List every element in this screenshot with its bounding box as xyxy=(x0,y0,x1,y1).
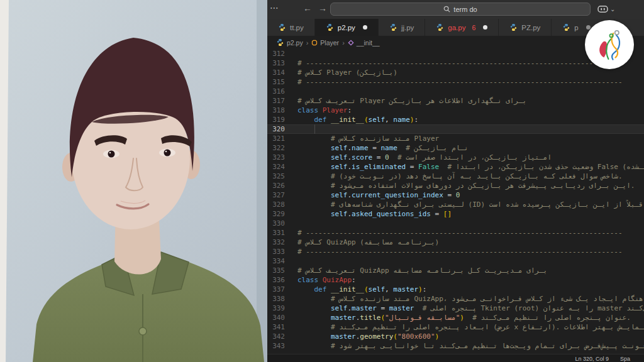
tab-label: ga.py xyxy=(448,24,465,31)
method-symbol-icon xyxy=(348,40,354,46)
line-number: 330 xyxy=(267,219,297,228)
code-line-316[interactable]: 316 xyxy=(267,87,644,96)
screenshot-root: ⋯ ←→ term do ⌄ tt.pyp2.pyjj.pyga. xyxy=(0,0,644,362)
back-button[interactable]: ← xyxy=(300,3,315,13)
code-line-343[interactable]: 343 # یـک فـونـت پـیش‌فـرض بـرای تـمام و… xyxy=(267,341,644,351)
line-content: # --------------------------------------… xyxy=(297,247,644,256)
code-line-321[interactable]: 321 # مـتد سازنـده کـلاس Player xyxy=(267,134,644,143)
line-number: 336 xyxy=(267,275,297,285)
line-number: 342 xyxy=(267,332,297,341)
line-number: 313 xyxy=(267,58,297,68)
python-file-icon xyxy=(278,23,286,31)
code-line-315[interactable]: 315# -----------------------------------… xyxy=(267,77,644,87)
code-line-325[interactable]: 325 # شاخص سوال فعلی کـه بـازیـکن بـایـد… xyxy=(267,172,644,181)
code-line-323[interactable]: 323 self.score = 0 # امـتیاز بـازیـکن، د… xyxy=(267,153,644,162)
tab-p2.py[interactable]: p2.py xyxy=(315,19,379,36)
code-line-326[interactable]: 326 # ایـن بـرای ردیـابـی پـیشرفت هر بـا… xyxy=(267,181,644,190)
tab-label: jj.py xyxy=(401,24,414,31)
line-number: 335 xyxy=(267,266,297,275)
modified-dot xyxy=(483,25,487,30)
line-content: self.score = 0 # امـتیاز بـازیـکن، در اب… xyxy=(297,153,644,162)
python-file-icon xyxy=(326,23,334,31)
code-line-342[interactable]: 342 master.geometry("800x600") xyxy=(267,332,644,341)
shirt-button xyxy=(139,327,147,335)
cursor-position[interactable]: Ln 320, Col 9 xyxy=(575,356,609,362)
line-number: 319 xyxy=(267,115,297,124)
tab-label: tt.py xyxy=(290,24,304,31)
code-line-340[interactable]: 340 master.title("مسابـقه فـوتـبال") # ع… xyxy=(267,313,644,322)
line-content: # تـعریـف کـلاس QuizApp بـرای مـدیـریـت … xyxy=(297,266,644,275)
line-content: # --------------------------------------… xyxy=(297,228,644,238)
code-editor[interactable]: 312313# --------------------------------… xyxy=(267,49,644,354)
line-number: 325 xyxy=(267,172,297,181)
line-number: 317 xyxy=(267,96,297,106)
line-content: master.title("مسابـقه فـوتـبال") # عنوان… xyxy=(297,313,644,322)
code-line-329[interactable]: 329 self.asked_questions_ids = [] xyxy=(267,209,644,219)
line-content: self.asked_questions_ids = [] xyxy=(297,209,644,219)
code-line-341[interactable]: 341 # ابـعاد پـنجره اصلی را تـنظیم مـی‌ک… xyxy=(267,322,644,332)
tab-label: p2.py xyxy=(338,24,355,31)
line-number: 315 xyxy=(267,77,297,87)
code-line-339[interactable]: 339 self.master = master # پـنجره اصلی T… xyxy=(267,304,644,313)
breadcrumb-separator: › xyxy=(342,39,345,47)
code-line-327[interactable]: 327 self.current_question_index = 0 xyxy=(267,190,644,200)
line-content: # --------------------------------------… xyxy=(297,77,644,87)
line-content: # کـلاس QuizApp (بـرنـامـه مسابـقه) xyxy=(297,238,644,247)
line-number: 318 xyxy=(267,106,297,115)
code-line-334[interactable]: 334 xyxy=(267,256,644,266)
code-line-317[interactable]: 317# تـعریـف کـلاس Player بـرای نـگهداری… xyxy=(267,96,644,106)
line-number: 337 xyxy=(267,285,297,294)
line-content: # کـلاس Player (بـازیـکن) xyxy=(297,68,644,77)
code-line-313[interactable]: 313# -----------------------------------… xyxy=(267,58,644,68)
line-content xyxy=(297,124,644,134)
overflow-menu-icon[interactable]: ⋯ xyxy=(270,3,279,13)
line-content xyxy=(297,87,644,96)
breadcrumb-item-Player[interactable]: Player xyxy=(311,39,339,47)
code-line-338[interactable]: 338 # مـتد سازنـده کـلاس QuizApp، هنگام … xyxy=(267,294,644,304)
line-number: 329 xyxy=(267,209,297,219)
line-content: class QuizApp: xyxy=(297,275,644,285)
tab-PZ.py[interactable]: PZ.py xyxy=(499,19,552,36)
tab-jj.py[interactable]: jj.py xyxy=(379,19,425,36)
line-number: 316 xyxy=(267,87,297,96)
python-file-icon xyxy=(436,23,444,31)
command-center-search[interactable]: term do xyxy=(330,3,591,16)
forward-button[interactable]: → xyxy=(315,3,330,13)
copilot-button[interactable]: ⌄ xyxy=(597,5,615,13)
line-number: 326 xyxy=(267,181,297,190)
line-number: 333 xyxy=(267,247,297,256)
code-line-330[interactable]: 330 xyxy=(267,219,644,228)
code-line-335[interactable]: 335# تـعریـف کـلاس QuizApp بـرای مـدیـری… xyxy=(267,266,644,275)
code-line-337[interactable]: 337 def __init__(self, master): xyxy=(267,285,644,294)
python-file-icon xyxy=(276,38,284,47)
tab-ga.py[interactable]: ga.py6 xyxy=(425,19,499,36)
code-line-331[interactable]: 331# -----------------------------------… xyxy=(267,228,644,238)
tulip-logo-icon xyxy=(591,26,628,63)
line-content: self.master = master # پـنجره اصلی Tkint… xyxy=(297,304,644,313)
python-file-icon xyxy=(509,23,518,31)
code-line-318[interactable]: 318class Player: xyxy=(267,106,644,115)
line-content: # شاخص سوال فعلی کـه بـازیـکن بـایـد بـه… xyxy=(297,172,644,181)
code-line-336[interactable]: 336class QuizApp: xyxy=(267,275,644,285)
code-line-332[interactable]: 332# کـلاس QuizApp (بـرنـامـه مسابـقه) xyxy=(267,238,644,247)
code-line-320[interactable]: 320 xyxy=(267,124,644,134)
vscode-window: ⋯ ←→ term do ⌄ tt.pyp2.pyjj.pyga. xyxy=(267,0,644,362)
indent-status[interactable]: Spa xyxy=(620,356,630,362)
code-line-322[interactable]: 322 self.name = name # نـام بـازیـکن xyxy=(267,143,644,153)
line-content: # تـعریـف کـلاس Player بـرای نـگهداری اط… xyxy=(297,96,644,106)
code-line-314[interactable]: 314# کـلاس Player (بـازیـکن) xyxy=(267,68,644,77)
python-file-icon xyxy=(389,23,397,31)
code-line-319[interactable]: 319 def __init__(self, name): xyxy=(267,115,644,124)
line-content: # لـیستی بـرای نـگهداری شناسه‌های (ID) س… xyxy=(297,200,644,209)
code-line-333[interactable]: 333# -----------------------------------… xyxy=(267,247,644,256)
tab-tt.py[interactable]: tt.py xyxy=(267,19,315,36)
line-number: 323 xyxy=(267,153,297,162)
class-symbol-icon xyxy=(311,40,318,46)
code-line-324[interactable]: 324 self.is_eliminated = False # وضعیت ح… xyxy=(267,162,644,172)
breadcrumb-item-__init__[interactable]: __init__ xyxy=(348,39,380,47)
channel-logo xyxy=(585,20,634,69)
code-line-328[interactable]: 328 # لـیستی بـرای نـگهداری شناسه‌های (I… xyxy=(267,200,644,209)
breadcrumb-item-p2.py[interactable]: p2.py xyxy=(276,38,303,47)
line-content xyxy=(297,219,644,228)
line-number: 340 xyxy=(267,313,297,322)
